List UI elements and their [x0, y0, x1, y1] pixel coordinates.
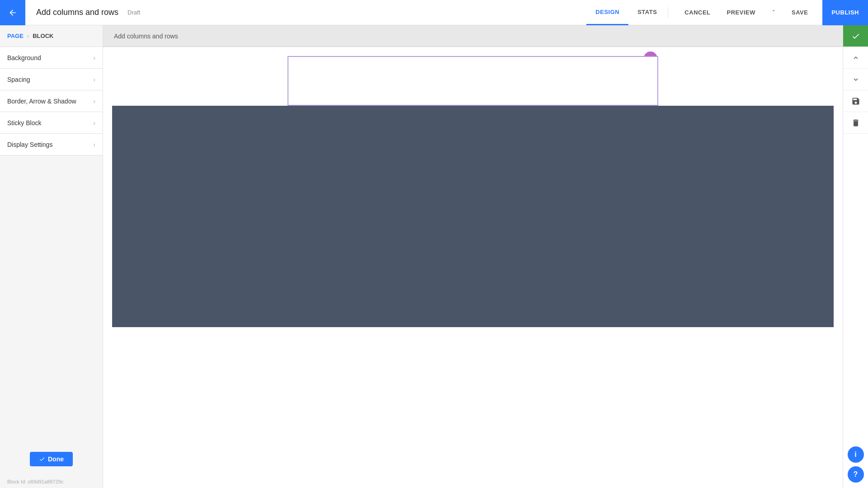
breadcrumb-block: BLOCK: [33, 33, 53, 39]
sidebar-item-background-chevron: ›: [93, 54, 95, 61]
sidebar-item-background-label: Background: [7, 54, 41, 61]
save-template-button[interactable]: [843, 90, 868, 112]
breadcrumb-separator: ›: [27, 33, 29, 39]
main-layout: PAGE › BLOCK Background › Spacing › Bord…: [0, 25, 868, 488]
draft-badge: Draft: [127, 9, 140, 16]
chevron-up-icon: [852, 54, 860, 62]
sidebar-item-display-settings[interactable]: Display Settings ›: [0, 134, 103, 155]
breadcrumb-page[interactable]: PAGE: [7, 33, 24, 39]
done-button[interactable]: Done: [30, 452, 73, 466]
nav-actions: CANCEL PREVIEW ˅ SAVE: [670, 0, 822, 25]
sidebar-item-sticky-block[interactable]: Sticky Block ›: [0, 112, 103, 134]
left-sidebar: PAGE › BLOCK Background › Spacing › Bord…: [0, 25, 103, 488]
sidebar-item-display-settings-label: Display Settings: [7, 141, 52, 148]
sidebar-item-border-arrow-shadow-label: Border, Arrow & Shadow: [7, 98, 76, 105]
nav-tabs: DESIGN STATS: [586, 0, 666, 25]
publish-button[interactable]: PUBLISH: [822, 0, 868, 25]
dropdown-button[interactable]: ˅: [764, 0, 783, 25]
sidebar-menu: Background › Spacing › Border, Arrow & S…: [0, 47, 103, 443]
confirm-action-button[interactable]: [843, 25, 868, 47]
dark-section: [112, 106, 834, 327]
sidebar-item-display-settings-chevron: ›: [93, 141, 95, 148]
sidebar-item-border-arrow-shadow-chevron: ›: [93, 98, 95, 105]
nav-divider: [668, 7, 668, 18]
cancel-button[interactable]: CANCEL: [677, 5, 717, 19]
right-sidebar: i ?: [843, 25, 868, 488]
done-checkmark-icon: [39, 456, 45, 462]
content-area: Add columns and rows: [103, 25, 843, 488]
canvas-area[interactable]: [103, 47, 843, 488]
page-title-area: Add columns and rows Draft: [25, 8, 586, 17]
canvas-block[interactable]: [288, 56, 658, 106]
done-btn-area: Done: [0, 443, 103, 475]
tab-stats[interactable]: STATS: [628, 0, 666, 25]
delete-button[interactable]: [843, 112, 868, 134]
preview-button[interactable]: PREVIEW: [720, 5, 763, 19]
tab-design[interactable]: DESIGN: [586, 0, 628, 25]
save-icon: [851, 97, 860, 106]
sidebar-item-spacing[interactable]: Spacing ›: [0, 69, 103, 90]
save-button[interactable]: SAVE: [784, 5, 815, 19]
sidebar-item-border-arrow-shadow[interactable]: Border, Arrow & Shadow ›: [0, 90, 103, 112]
trash-icon: [851, 118, 860, 127]
page-title: Add columns and rows: [36, 8, 118, 17]
section-header-title: Add columns and rows: [114, 33, 178, 40]
back-button[interactable]: [0, 0, 25, 25]
move-down-button[interactable]: [843, 69, 868, 90]
check-icon: [851, 32, 860, 41]
top-nav: Add columns and rows Draft DESIGN STATS …: [0, 0, 868, 25]
help-button[interactable]: ?: [848, 466, 864, 483]
sidebar-item-spacing-label: Spacing: [7, 76, 30, 83]
move-up-button[interactable]: [843, 47, 868, 69]
sidebar-item-spacing-chevron: ›: [93, 76, 95, 83]
section-header: Add columns and rows: [103, 25, 843, 47]
sidebar-item-sticky-block-label: Sticky Block: [7, 119, 41, 127]
breadcrumb: PAGE › BLOCK: [0, 25, 103, 47]
chevron-down-icon: [852, 75, 860, 84]
sidebar-item-sticky-block-chevron: ›: [93, 119, 95, 127]
block-id: Block Id: o89d91a88729c: [0, 475, 103, 488]
sidebar-item-background[interactable]: Background ›: [0, 47, 103, 69]
info-button[interactable]: i: [848, 446, 864, 463]
